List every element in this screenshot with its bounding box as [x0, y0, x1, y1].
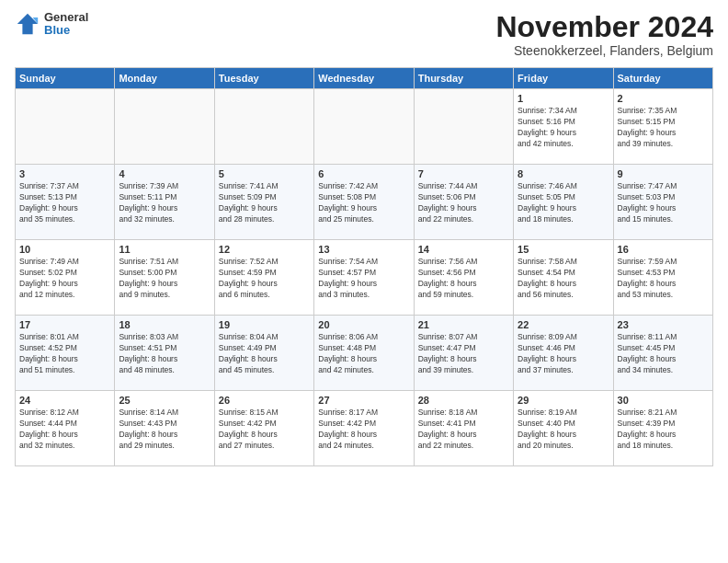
day-info: Sunrise: 8:07 AM Sunset: 4:47 PM Dayligh… — [418, 332, 509, 376]
svg-marker-0 — [17, 14, 38, 34]
header: General Blue November 2024 Steenokkerzee… — [15, 11, 713, 58]
day-info: Sunrise: 8:01 AM Sunset: 4:52 PM Dayligh… — [19, 332, 110, 376]
day-number: 27 — [318, 395, 409, 406]
calendar-week-3: 10Sunrise: 7:49 AM Sunset: 5:02 PM Dayli… — [16, 240, 713, 316]
day-number: 19 — [219, 319, 310, 330]
calendar-cell: 17Sunrise: 8:01 AM Sunset: 4:52 PM Dayli… — [16, 316, 115, 391]
day-info: Sunrise: 8:06 AM Sunset: 4:48 PM Dayligh… — [318, 332, 409, 376]
day-info: Sunrise: 7:49 AM Sunset: 5:02 PM Dayligh… — [19, 257, 110, 301]
day-info: Sunrise: 8:12 AM Sunset: 4:44 PM Dayligh… — [19, 408, 110, 452]
day-number: 13 — [318, 244, 409, 255]
day-info: Sunrise: 7:51 AM Sunset: 5:00 PM Dayligh… — [119, 257, 210, 301]
calendar-cell: 18Sunrise: 8:03 AM Sunset: 4:51 PM Dayli… — [115, 316, 214, 391]
day-info: Sunrise: 7:44 AM Sunset: 5:06 PM Dayligh… — [418, 181, 509, 225]
logo-blue: Blue — [44, 24, 88, 37]
day-number: 18 — [119, 319, 210, 330]
day-info: Sunrise: 8:15 AM Sunset: 4:42 PM Dayligh… — [219, 408, 310, 452]
day-info: Sunrise: 7:54 AM Sunset: 4:57 PM Dayligh… — [318, 257, 409, 301]
day-number: 22 — [518, 319, 609, 330]
logo: General Blue — [15, 11, 88, 38]
calendar-cell: 21Sunrise: 8:07 AM Sunset: 4:47 PM Dayli… — [414, 316, 513, 391]
calendar-week-1: 1Sunrise: 7:34 AM Sunset: 5:16 PM Daylig… — [16, 89, 713, 165]
day-info: Sunrise: 8:03 AM Sunset: 4:51 PM Dayligh… — [119, 332, 210, 376]
day-info: Sunrise: 8:19 AM Sunset: 4:40 PM Dayligh… — [518, 408, 609, 452]
day-info: Sunrise: 7:39 AM Sunset: 5:11 PM Dayligh… — [119, 181, 210, 225]
day-number: 2 — [618, 93, 709, 104]
calendar-cell: 29Sunrise: 8:19 AM Sunset: 4:40 PM Dayli… — [514, 391, 613, 466]
calendar-cell: 8Sunrise: 7:46 AM Sunset: 5:05 PM Daylig… — [514, 165, 613, 240]
day-number: 20 — [318, 319, 409, 330]
calendar-cell: 22Sunrise: 8:09 AM Sunset: 4:46 PM Dayli… — [514, 316, 613, 391]
day-number: 24 — [19, 395, 110, 406]
logo-icon — [15, 11, 40, 37]
weekday-header-tuesday: Tuesday — [214, 68, 313, 89]
day-info: Sunrise: 7:58 AM Sunset: 4:54 PM Dayligh… — [518, 257, 609, 301]
day-info: Sunrise: 7:47 AM Sunset: 5:03 PM Dayligh… — [618, 181, 709, 225]
calendar-cell: 4Sunrise: 7:39 AM Sunset: 5:11 PM Daylig… — [115, 165, 214, 240]
day-number: 17 — [19, 319, 110, 330]
calendar-week-2: 3Sunrise: 7:37 AM Sunset: 5:13 PM Daylig… — [16, 165, 713, 240]
calendar-cell — [16, 89, 115, 165]
calendar-cell: 27Sunrise: 8:17 AM Sunset: 4:42 PM Dayli… — [314, 391, 414, 466]
weekday-header-friday: Friday — [514, 68, 613, 89]
day-number: 14 — [418, 244, 509, 255]
calendar-cell: 6Sunrise: 7:42 AM Sunset: 5:08 PM Daylig… — [314, 165, 414, 240]
calendar-cell: 3Sunrise: 7:37 AM Sunset: 5:13 PM Daylig… — [16, 165, 115, 240]
calendar-cell: 14Sunrise: 7:56 AM Sunset: 4:56 PM Dayli… — [414, 240, 513, 316]
day-info: Sunrise: 7:56 AM Sunset: 4:56 PM Dayligh… — [418, 257, 509, 301]
day-number: 8 — [518, 168, 609, 179]
day-number: 10 — [19, 244, 110, 255]
calendar-cell: 20Sunrise: 8:06 AM Sunset: 4:48 PM Dayli… — [314, 316, 414, 391]
day-number: 21 — [418, 319, 509, 330]
day-info: Sunrise: 7:35 AM Sunset: 5:15 PM Dayligh… — [618, 106, 709, 150]
weekday-header-thursday: Thursday — [414, 68, 513, 89]
day-number: 5 — [219, 168, 310, 179]
day-info: Sunrise: 8:17 AM Sunset: 4:42 PM Dayligh… — [318, 408, 409, 452]
calendar-cell: 7Sunrise: 7:44 AM Sunset: 5:06 PM Daylig… — [414, 165, 513, 240]
day-number: 11 — [119, 244, 210, 255]
calendar-cell: 28Sunrise: 8:18 AM Sunset: 4:41 PM Dayli… — [414, 391, 513, 466]
day-number: 4 — [119, 168, 210, 179]
day-info: Sunrise: 8:21 AM Sunset: 4:39 PM Dayligh… — [618, 408, 709, 452]
weekday-header-wednesday: Wednesday — [314, 68, 414, 89]
day-info: Sunrise: 7:59 AM Sunset: 4:53 PM Dayligh… — [618, 257, 709, 301]
day-info: Sunrise: 8:18 AM Sunset: 4:41 PM Dayligh… — [418, 408, 509, 452]
calendar-cell: 25Sunrise: 8:14 AM Sunset: 4:43 PM Dayli… — [115, 391, 214, 466]
day-info: Sunrise: 7:41 AM Sunset: 5:09 PM Dayligh… — [219, 181, 310, 225]
day-number: 15 — [518, 244, 609, 255]
day-info: Sunrise: 7:52 AM Sunset: 4:59 PM Dayligh… — [219, 257, 310, 301]
calendar: SundayMondayTuesdayWednesdayThursdayFrid… — [15, 67, 713, 466]
day-number: 16 — [618, 244, 709, 255]
day-info: Sunrise: 7:37 AM Sunset: 5:13 PM Dayligh… — [19, 181, 110, 225]
calendar-cell: 12Sunrise: 7:52 AM Sunset: 4:59 PM Dayli… — [214, 240, 313, 316]
calendar-cell: 1Sunrise: 7:34 AM Sunset: 5:16 PM Daylig… — [514, 89, 613, 165]
calendar-cell: 26Sunrise: 8:15 AM Sunset: 4:42 PM Dayli… — [214, 391, 313, 466]
calendar-cell: 15Sunrise: 7:58 AM Sunset: 4:54 PM Dayli… — [514, 240, 613, 316]
day-info: Sunrise: 7:34 AM Sunset: 5:16 PM Dayligh… — [518, 106, 609, 150]
day-info: Sunrise: 8:14 AM Sunset: 4:43 PM Dayligh… — [119, 408, 210, 452]
calendar-cell: 13Sunrise: 7:54 AM Sunset: 4:57 PM Dayli… — [314, 240, 414, 316]
day-number: 26 — [219, 395, 310, 406]
day-info: Sunrise: 8:11 AM Sunset: 4:45 PM Dayligh… — [618, 332, 709, 376]
calendar-cell: 2Sunrise: 7:35 AM Sunset: 5:15 PM Daylig… — [613, 89, 712, 165]
day-number: 9 — [618, 168, 709, 179]
calendar-week-4: 17Sunrise: 8:01 AM Sunset: 4:52 PM Dayli… — [16, 316, 713, 391]
weekday-header-monday: Monday — [115, 68, 214, 89]
day-number: 30 — [618, 395, 709, 406]
day-number: 3 — [19, 168, 110, 179]
weekday-header-saturday: Saturday — [613, 68, 712, 89]
day-info: Sunrise: 8:04 AM Sunset: 4:49 PM Dayligh… — [219, 332, 310, 376]
logo-general: General — [44, 11, 88, 24]
logo-text: General Blue — [44, 11, 88, 38]
calendar-cell — [414, 89, 513, 165]
day-number: 7 — [418, 168, 509, 179]
calendar-cell: 24Sunrise: 8:12 AM Sunset: 4:44 PM Dayli… — [16, 391, 115, 466]
day-info: Sunrise: 7:46 AM Sunset: 5:05 PM Dayligh… — [518, 181, 609, 225]
day-number: 28 — [418, 395, 509, 406]
calendar-cell: 9Sunrise: 7:47 AM Sunset: 5:03 PM Daylig… — [613, 165, 712, 240]
day-number: 12 — [219, 244, 310, 255]
weekday-header-sunday: Sunday — [16, 68, 115, 89]
day-number: 23 — [618, 319, 709, 330]
month-title: November 2024 — [495, 11, 713, 43]
calendar-header-row: SundayMondayTuesdayWednesdayThursdayFrid… — [16, 68, 713, 89]
